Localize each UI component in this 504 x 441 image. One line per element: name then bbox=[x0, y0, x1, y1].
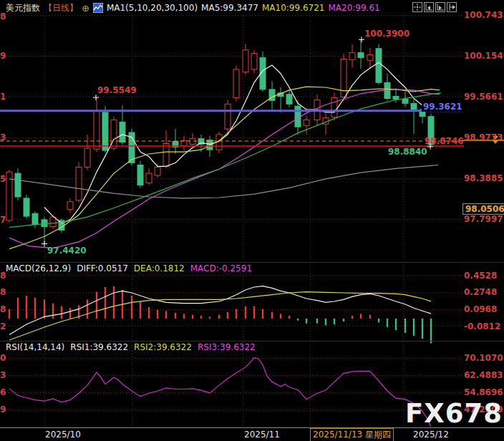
rsi3-value: RSI3:39.6322 bbox=[198, 342, 256, 352]
macd-diff-value: DIFF:0.0517 bbox=[77, 263, 128, 273]
date-label: 2025/12 bbox=[413, 430, 449, 440]
macd-value: MACD:-0.2591 bbox=[190, 263, 252, 273]
circle-plus-icon[interactable]: ⊕ bbox=[82, 3, 89, 14]
symbol-name: 美元指数 bbox=[6, 2, 40, 14]
date-axis: 2025/102025/112025/11/13 星期四2025/12 bbox=[0, 428, 504, 441]
chart-header: 美元指数 【日线】 ⊕ MA1(5,10,20,30,100) MA5:99.3… bbox=[6, 1, 380, 14]
period-label: 【日线】 bbox=[44, 2, 78, 14]
rsi-header: RSI(14,14,14) RSI1:39.6322 RSI2:39.6322 … bbox=[6, 342, 256, 352]
pan-right-icon[interactable] bbox=[447, 2, 457, 12]
rsi1-value: RSI1:39.6322 bbox=[70, 342, 128, 352]
kline-icon[interactable] bbox=[93, 3, 103, 13]
crosshair-icon[interactable] bbox=[412, 2, 422, 12]
panel-separator bbox=[0, 262, 504, 263]
chart-canvas[interactable] bbox=[0, 0, 504, 441]
ma10-value: MA10:99.6721 bbox=[262, 3, 325, 13]
rsi2-value: RSI2:39.6322 bbox=[134, 342, 192, 352]
date-label: 2025/10 bbox=[45, 430, 81, 440]
watermark: FX678 bbox=[405, 398, 503, 429]
ma-params-label: MA1(5,10,20,30,100) bbox=[107, 3, 198, 13]
macd-title: MACD(26,12,9) bbox=[6, 263, 71, 273]
ma20-value: MA20:99.61 bbox=[328, 3, 379, 13]
crosshair-date-label: 2025/11/13 星期四 bbox=[310, 428, 394, 441]
date-label: 2025/11 bbox=[244, 430, 280, 440]
chart-app: 美元指数 【日线】 ⊕ MA1(5,10,20,30,100) MA5:99.3… bbox=[0, 0, 504, 441]
chart-toolbar bbox=[412, 2, 457, 12]
axis-zoom-in-icon[interactable] bbox=[435, 2, 445, 12]
rsi-title: RSI(14,14,14) bbox=[6, 342, 64, 352]
macd-dea-value: DEA:0.1812 bbox=[134, 263, 185, 273]
axis-zoom-out-icon[interactable] bbox=[424, 2, 434, 12]
ma5-value: MA5:99.3477 bbox=[201, 3, 258, 13]
macd-header: MACD(26,12,9) DIFF:0.0517 DEA:0.1812 MAC… bbox=[6, 263, 252, 273]
panel-separator bbox=[0, 341, 504, 341]
